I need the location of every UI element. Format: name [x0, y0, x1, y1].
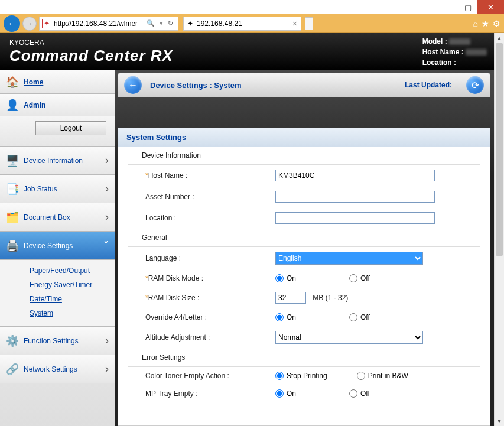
mptray-on[interactable]: On: [275, 389, 296, 398]
browser-toolbar: ← → ✦ 🔍 ▾ ↻ ✦ 192.168.48.21 × ⌂ ★ ⚙: [0, 14, 504, 33]
settings-gear-icon[interactable]: ⚙: [493, 19, 500, 28]
rammode-off[interactable]: Off: [349, 274, 370, 282]
scroll-thumb[interactable]: [496, 43, 503, 256]
new-tab-button[interactable]: [305, 17, 313, 30]
toner-stop-radio[interactable]: [275, 372, 284, 380]
override-label: Override A4/Letter :: [145, 313, 207, 321]
asset-label: Asset Number :: [145, 193, 194, 201]
override-off-radio[interactable]: [349, 313, 357, 321]
tab-close-icon[interactable]: ×: [292, 19, 297, 28]
sidebar-job-status[interactable]: 📑 Job Status ›: [0, 175, 115, 203]
altitude-label: Altitude Adjustment :: [145, 333, 210, 342]
model-value: [449, 38, 470, 45]
sidebar-sub-paper[interactable]: Paper/Feed/Output: [30, 264, 115, 278]
minimize-button[interactable]: —: [441, 0, 459, 14]
mptray-on-radio[interactable]: [275, 389, 284, 398]
chevron-right-icon: ›: [105, 363, 109, 375]
override-on[interactable]: On: [275, 313, 296, 321]
logout-button[interactable]: Logout: [35, 121, 106, 135]
group-general: General: [128, 229, 480, 247]
sidebar-device-information[interactable]: 🖥️ Device Information ›: [0, 147, 115, 175]
refresh-icon: ⟳: [472, 80, 479, 91]
sidebar-item-label: Function Settings: [24, 337, 100, 345]
chevron-right-icon: ›: [105, 154, 109, 167]
toner-bw[interactable]: Print in B&W: [357, 372, 408, 380]
settings-form: System Settings Device Information *Host…: [118, 128, 490, 426]
favorites-icon[interactable]: ★: [482, 19, 489, 28]
close-button[interactable]: ✕: [477, 0, 504, 14]
sidebar-document-box[interactable]: 🗂️ Document Box ›: [0, 203, 115, 232]
group-device-information: Device Information: [128, 147, 480, 165]
sidebar-function-settings[interactable]: ⚙️ Function Settings ›: [0, 327, 115, 355]
arrow-left-icon: ←: [8, 19, 15, 28]
sidebar-home-label: Home: [24, 78, 109, 86]
scroll-track[interactable]: [495, 43, 504, 416]
search-icon[interactable]: 🔍: [144, 19, 157, 27]
language-label: Language :: [145, 254, 181, 262]
location-label: Location :: [422, 58, 456, 67]
toner-bw-radio[interactable]: [357, 372, 365, 380]
chevron-right-icon: ›: [105, 211, 109, 223]
nav-back-button[interactable]: ←: [4, 15, 20, 32]
sidebar-network-settings[interactable]: 🔗 Network Settings ›: [0, 355, 115, 383]
rammode-on-radio[interactable]: [275, 274, 284, 282]
chevron-down-icon: ˅: [103, 239, 109, 252]
home-icon[interactable]: ⌂: [473, 19, 478, 28]
language-select[interactable]: English: [275, 252, 423, 265]
mptray-off-radio[interactable]: [349, 389, 357, 398]
sidebar-item-label: Document Box: [24, 213, 100, 222]
sidebar-device-settings[interactable]: 🖨️ Device Settings ˅: [0, 232, 115, 260]
asset-input[interactable]: [275, 191, 435, 203]
address-bar[interactable]: ✦ 🔍 ▾ ↻: [39, 17, 178, 31]
tab-title: 192.168.48.21: [197, 19, 242, 28]
location-input[interactable]: [275, 212, 435, 224]
ramsize-hint: MB (1 - 32): [313, 294, 348, 302]
network-settings-icon: 🔗: [6, 363, 19, 376]
content-toolbar: ← Device Settings : System Last Updated:…: [118, 73, 490, 97]
toolbar-refresh-button[interactable]: ⟳: [466, 76, 484, 94]
ramsize-label: RAM Disk Size :: [148, 294, 200, 302]
sidebar-sub-energy[interactable]: Energy Saver/Timer: [30, 278, 115, 292]
group-error-settings: Error Settings: [128, 349, 480, 367]
browser-tab[interactable]: ✦ 192.168.48.21 ×: [183, 17, 301, 31]
last-updated-label: Last Updated:: [405, 81, 452, 89]
breadcrumb: Device Settings : System: [150, 81, 242, 90]
sidebar-admin-label: Admin: [24, 101, 109, 109]
ramsize-input[interactable]: [275, 292, 306, 304]
device-summary: Model : Host Name : Location :: [422, 36, 487, 68]
sidebar-home[interactable]: 🏠 Home: [0, 70, 115, 94]
scroll-down-icon[interactable]: ▼: [495, 416, 504, 426]
arrow-left-icon: ←: [128, 80, 138, 90]
device-settings-icon: 🖨️: [6, 239, 19, 252]
model-label: Model :: [422, 37, 447, 45]
nav-forward-button[interactable]: →: [22, 17, 37, 31]
override-off[interactable]: Off: [349, 313, 370, 321]
sidebar-sub-system[interactable]: System: [30, 306, 115, 320]
mptray-off[interactable]: Off: [349, 389, 370, 398]
hostname-label: Host Name :: [422, 48, 464, 56]
refresh-icon[interactable]: ↻: [165, 19, 175, 27]
scroll-up-icon[interactable]: ▲: [495, 33, 504, 43]
window-titlebar: — ▢ ✕: [0, 0, 504, 14]
toner-stop[interactable]: Stop Printing: [275, 372, 327, 380]
mptray-label: MP Tray Empty :: [145, 389, 197, 398]
url-input[interactable]: [54, 19, 144, 28]
override-on-radio[interactable]: [275, 313, 284, 321]
location-field-label: Location :: [145, 214, 176, 222]
rammode-label: RAM Disk Mode :: [148, 274, 203, 282]
sidebar-item-label: Network Settings: [24, 365, 100, 373]
chevron-right-icon: ›: [105, 183, 109, 195]
vertical-scrollbar[interactable]: ▲ ▼: [494, 33, 504, 426]
job-status-icon: 📑: [6, 183, 19, 196]
site-favicon: ✦: [42, 19, 51, 28]
hostname-input[interactable]: [275, 170, 435, 181]
altitude-select[interactable]: Normal: [275, 331, 423, 344]
device-info-icon: 🖥️: [6, 154, 19, 167]
sidebar-sub-datetime[interactable]: Date/Time: [30, 292, 115, 306]
maximize-button[interactable]: ▢: [459, 0, 477, 14]
toolbar-back-button[interactable]: ←: [124, 76, 142, 94]
rammode-off-radio[interactable]: [349, 274, 357, 282]
sidebar-admin: 👤 Admin: [0, 94, 115, 116]
rammode-on[interactable]: On: [275, 274, 296, 282]
section-header: System Settings: [118, 128, 490, 147]
